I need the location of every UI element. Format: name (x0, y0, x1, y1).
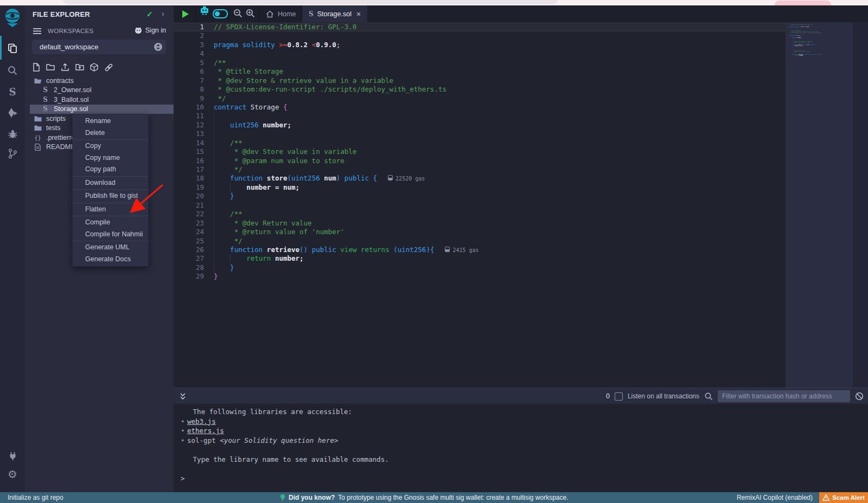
gas-estimate-badge: 2415 gas (445, 247, 478, 253)
solidity-icon: S (41, 86, 49, 94)
folder-icon (34, 115, 42, 122)
minimap-band[interactable] (786, 22, 853, 388)
solidity-compiler-icon[interactable]: S (0, 82, 25, 101)
menu-item-copy-name[interactable]: Copy name (73, 152, 148, 164)
transaction-filter-input[interactable] (718, 390, 850, 402)
plugin-manager-icon[interactable] (0, 447, 25, 465)
menu-item-flatten[interactable]: Flatten (73, 204, 148, 216)
line-number: 19 (174, 183, 204, 192)
line-number: 8 (174, 85, 204, 94)
line-number: 18 (174, 174, 204, 183)
deploy-and-run-icon[interactable] (0, 104, 25, 122)
settings-icon[interactable]: ⚙ (0, 465, 25, 483)
create-folder-icon[interactable] (46, 63, 55, 72)
code-line (214, 31, 479, 40)
line-number: 6 (174, 67, 204, 76)
terminal-prompt[interactable]: > (181, 474, 185, 482)
menu-item-delete[interactable]: Delete (73, 127, 148, 139)
menu-item-copy-path[interactable]: Copy path (73, 164, 148, 176)
link-icon[interactable] (104, 63, 113, 72)
menu-item-rename[interactable]: Rename (73, 115, 148, 127)
line-number: 20 (174, 192, 204, 201)
terminal-header: 0 Listen on all transactions (174, 388, 868, 404)
workspaces-row: WORKSPACES Sign in (25, 26, 174, 38)
bullet: • (181, 426, 187, 436)
tree-item-3-ballot-sol[interactable]: S3_Ballot.sol (25, 95, 174, 105)
line-number: 23 (174, 219, 204, 228)
scam-alert-button[interactable]: Scam Alert (819, 492, 868, 503)
file-explorer-icon[interactable] (0, 39, 25, 57)
git-icon[interactable] (0, 144, 25, 163)
code-line: */ (214, 94, 479, 103)
line-number: 22 (174, 210, 204, 218)
terminal-output[interactable]: > The following libraries are accessible… (174, 404, 868, 495)
tab-storage-sol[interactable]: S Storage.sol × (302, 5, 367, 22)
workspace-name: default_workspace (40, 43, 98, 51)
terminal-search-icon[interactable] (704, 392, 713, 401)
code-content[interactable]: // SPDX-License-Identifier: GPL-3.0pragm… (214, 23, 479, 281)
remix-logo[interactable] (0, 9, 25, 27)
upload-file-icon[interactable] (61, 63, 69, 72)
github-icon (134, 27, 143, 34)
menu-item-publish-file-to-gist[interactable]: Publish file to gist (73, 190, 148, 202)
line-number: 17 (174, 165, 204, 174)
run-script-button[interactable] (182, 10, 189, 18)
panel-title: FILE EXPLORER (33, 10, 90, 18)
code-line: function retrieve() public view returns … (214, 246, 479, 254)
zoom-out-icon[interactable] (233, 8, 243, 18)
tab-home[interactable]: Home (259, 5, 302, 22)
menu-item-generate-uml[interactable]: Generate UML (73, 242, 148, 254)
tree-item-label: Storage.sol (54, 105, 88, 113)
ipfs-cube-icon[interactable] (90, 63, 98, 72)
line-number: 29 (174, 272, 204, 281)
menu-item-generate-docs[interactable]: Generate Docs (73, 254, 148, 266)
ai-assistant-icon[interactable] (199, 5, 210, 15)
panel-chevron-icon[interactable]: › (162, 9, 164, 18)
library-link[interactable]: ethers.js (187, 427, 224, 435)
workspace-stepper-icon[interactable] (154, 43, 162, 51)
menu-item-compile-for-nahmii[interactable]: Compile for Nahmii (73, 229, 148, 241)
debugger-icon[interactable] (0, 125, 25, 143)
minimap[interactable]: // SPDX-License-Identifier: GPL-3.0pragm… (789, 24, 822, 58)
sign-in-button[interactable]: Sign in (134, 27, 166, 34)
context-menu: RenameDeleteCopyCopy nameCopy pathDownlo… (72, 114, 149, 267)
tree-item-label: contracts (46, 77, 74, 85)
listen-checkbox[interactable] (615, 392, 623, 401)
gas-estimate-badge: 22520 gas (388, 176, 425, 182)
editor-right-strip (853, 22, 868, 388)
workspace-select[interactable]: default_workspace (32, 40, 166, 54)
copilot-toggle[interactable] (213, 9, 228, 18)
tree-item-2-owner-sol[interactable]: S2_Owner.sol (25, 86, 174, 95)
menu-item-download[interactable]: Download (73, 177, 148, 189)
line-number: 11 (174, 112, 204, 120)
line-number: 21 (174, 201, 204, 210)
collapse-terminal-icon[interactable] (179, 392, 187, 400)
init-git-repo-button[interactable]: Initialize as git repo (8, 494, 63, 501)
copilot-status[interactable]: RemixAI Copilot (enabled) (737, 494, 813, 501)
search-icon[interactable] (0, 61, 25, 80)
tree-item-label: 3_Ballot.sol (54, 96, 89, 104)
code-editor[interactable]: 1234567891011121314151617181920212223242… (174, 22, 786, 388)
code-line: } (214, 272, 479, 281)
braces-icon: {} (34, 134, 42, 141)
library-link[interactable]: web3.js (187, 417, 216, 425)
menu-divider (73, 216, 148, 216)
code-line: * @dev Store & retrieve value in a varia… (214, 76, 479, 85)
code-line: function store(uint256 num) public {2252… (214, 174, 479, 183)
folder-icon (34, 125, 42, 131)
menu-item-compile[interactable]: Compile (73, 217, 148, 229)
transaction-count: 0 (606, 392, 610, 400)
tree-item-storage-sol[interactable]: SStorage.sol (30, 105, 174, 114)
menu-item-copy[interactable]: Copy (73, 140, 148, 152)
upload-folder-icon[interactable] (75, 63, 84, 72)
zoom-in-icon[interactable] (245, 8, 256, 18)
clear-terminal-icon[interactable] (855, 392, 864, 401)
close-tab-icon[interactable]: × (356, 10, 361, 18)
tree-item-contracts[interactable]: contracts (25, 76, 174, 86)
workspaces-menu-icon[interactable] (33, 28, 41, 35)
code-line: pragma solidity >=0.8.2 <0.9.0; (214, 41, 479, 49)
folder-open-icon (34, 78, 42, 84)
menu-divider (73, 203, 148, 203)
create-file-icon[interactable] (32, 63, 40, 72)
line-number: 4 (174, 49, 204, 58)
